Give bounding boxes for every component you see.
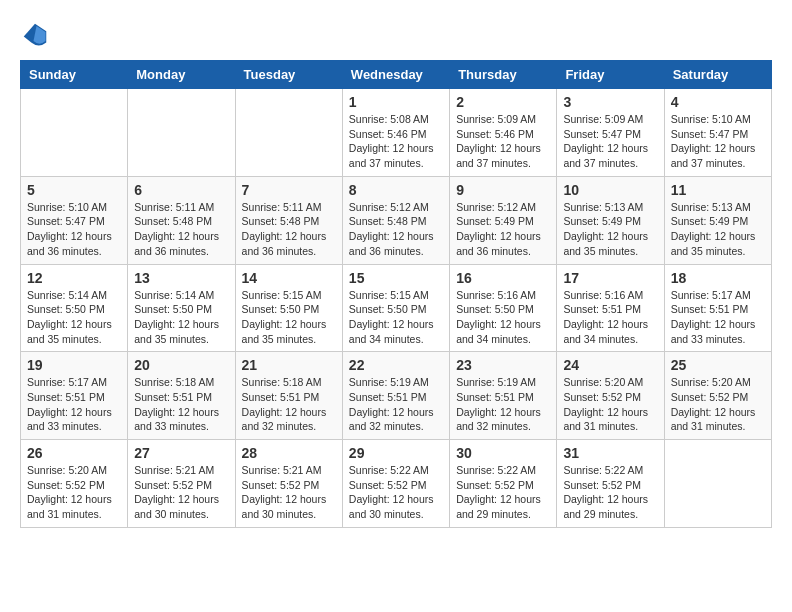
weekday-header-thursday: Thursday: [450, 61, 557, 89]
day-info: Sunrise: 5:17 AM Sunset: 5:51 PM Dayligh…: [27, 375, 121, 434]
day-number: 25: [671, 357, 765, 373]
day-info: Sunrise: 5:18 AM Sunset: 5:51 PM Dayligh…: [242, 375, 336, 434]
day-info: Sunrise: 5:16 AM Sunset: 5:50 PM Dayligh…: [456, 288, 550, 347]
calendar-cell: 11Sunrise: 5:13 AM Sunset: 5:49 PM Dayli…: [664, 176, 771, 264]
day-number: 23: [456, 357, 550, 373]
calendar-cell: 24Sunrise: 5:20 AM Sunset: 5:52 PM Dayli…: [557, 352, 664, 440]
day-number: 13: [134, 270, 228, 286]
calendar-cell: 7Sunrise: 5:11 AM Sunset: 5:48 PM Daylig…: [235, 176, 342, 264]
calendar-cell: [235, 89, 342, 177]
day-number: 8: [349, 182, 443, 198]
week-row-2: 5Sunrise: 5:10 AM Sunset: 5:47 PM Daylig…: [21, 176, 772, 264]
weekday-header-wednesday: Wednesday: [342, 61, 449, 89]
calendar-cell: 10Sunrise: 5:13 AM Sunset: 5:49 PM Dayli…: [557, 176, 664, 264]
calendar-cell: 22Sunrise: 5:19 AM Sunset: 5:51 PM Dayli…: [342, 352, 449, 440]
calendar-cell: 20Sunrise: 5:18 AM Sunset: 5:51 PM Dayli…: [128, 352, 235, 440]
day-number: 9: [456, 182, 550, 198]
day-info: Sunrise: 5:20 AM Sunset: 5:52 PM Dayligh…: [27, 463, 121, 522]
calendar-cell: 9Sunrise: 5:12 AM Sunset: 5:49 PM Daylig…: [450, 176, 557, 264]
day-number: 17: [563, 270, 657, 286]
day-number: 6: [134, 182, 228, 198]
day-number: 1: [349, 94, 443, 110]
weekday-header-tuesday: Tuesday: [235, 61, 342, 89]
day-number: 2: [456, 94, 550, 110]
week-row-3: 12Sunrise: 5:14 AM Sunset: 5:50 PM Dayli…: [21, 264, 772, 352]
logo: [20, 20, 52, 50]
day-info: Sunrise: 5:12 AM Sunset: 5:48 PM Dayligh…: [349, 200, 443, 259]
calendar-cell: 27Sunrise: 5:21 AM Sunset: 5:52 PM Dayli…: [128, 440, 235, 528]
day-number: 29: [349, 445, 443, 461]
day-info: Sunrise: 5:22 AM Sunset: 5:52 PM Dayligh…: [349, 463, 443, 522]
day-number: 11: [671, 182, 765, 198]
page-header: [20, 20, 772, 50]
day-number: 3: [563, 94, 657, 110]
day-number: 26: [27, 445, 121, 461]
day-info: Sunrise: 5:14 AM Sunset: 5:50 PM Dayligh…: [134, 288, 228, 347]
day-number: 31: [563, 445, 657, 461]
day-info: Sunrise: 5:21 AM Sunset: 5:52 PM Dayligh…: [134, 463, 228, 522]
day-number: 22: [349, 357, 443, 373]
calendar-cell: 3Sunrise: 5:09 AM Sunset: 5:47 PM Daylig…: [557, 89, 664, 177]
calendar-cell: 1Sunrise: 5:08 AM Sunset: 5:46 PM Daylig…: [342, 89, 449, 177]
calendar-cell: 14Sunrise: 5:15 AM Sunset: 5:50 PM Dayli…: [235, 264, 342, 352]
day-info: Sunrise: 5:13 AM Sunset: 5:49 PM Dayligh…: [671, 200, 765, 259]
day-info: Sunrise: 5:22 AM Sunset: 5:52 PM Dayligh…: [456, 463, 550, 522]
calendar-cell: 6Sunrise: 5:11 AM Sunset: 5:48 PM Daylig…: [128, 176, 235, 264]
day-number: 24: [563, 357, 657, 373]
calendar-table: SundayMondayTuesdayWednesdayThursdayFrid…: [20, 60, 772, 528]
day-info: Sunrise: 5:15 AM Sunset: 5:50 PM Dayligh…: [349, 288, 443, 347]
day-number: 19: [27, 357, 121, 373]
day-number: 21: [242, 357, 336, 373]
day-info: Sunrise: 5:08 AM Sunset: 5:46 PM Dayligh…: [349, 112, 443, 171]
day-info: Sunrise: 5:19 AM Sunset: 5:51 PM Dayligh…: [456, 375, 550, 434]
day-number: 18: [671, 270, 765, 286]
day-info: Sunrise: 5:18 AM Sunset: 5:51 PM Dayligh…: [134, 375, 228, 434]
day-info: Sunrise: 5:11 AM Sunset: 5:48 PM Dayligh…: [134, 200, 228, 259]
calendar-cell: 19Sunrise: 5:17 AM Sunset: 5:51 PM Dayli…: [21, 352, 128, 440]
calendar-cell: 30Sunrise: 5:22 AM Sunset: 5:52 PM Dayli…: [450, 440, 557, 528]
day-info: Sunrise: 5:21 AM Sunset: 5:52 PM Dayligh…: [242, 463, 336, 522]
calendar-cell: 31Sunrise: 5:22 AM Sunset: 5:52 PM Dayli…: [557, 440, 664, 528]
day-info: Sunrise: 5:09 AM Sunset: 5:47 PM Dayligh…: [563, 112, 657, 171]
calendar-cell: 4Sunrise: 5:10 AM Sunset: 5:47 PM Daylig…: [664, 89, 771, 177]
calendar-cell: 25Sunrise: 5:20 AM Sunset: 5:52 PM Dayli…: [664, 352, 771, 440]
day-info: Sunrise: 5:13 AM Sunset: 5:49 PM Dayligh…: [563, 200, 657, 259]
logo-icon: [20, 20, 50, 50]
day-info: Sunrise: 5:12 AM Sunset: 5:49 PM Dayligh…: [456, 200, 550, 259]
calendar-cell: 15Sunrise: 5:15 AM Sunset: 5:50 PM Dayli…: [342, 264, 449, 352]
day-number: 20: [134, 357, 228, 373]
day-info: Sunrise: 5:09 AM Sunset: 5:46 PM Dayligh…: [456, 112, 550, 171]
calendar-cell: 29Sunrise: 5:22 AM Sunset: 5:52 PM Dayli…: [342, 440, 449, 528]
day-info: Sunrise: 5:16 AM Sunset: 5:51 PM Dayligh…: [563, 288, 657, 347]
day-info: Sunrise: 5:17 AM Sunset: 5:51 PM Dayligh…: [671, 288, 765, 347]
day-number: 14: [242, 270, 336, 286]
weekday-header-friday: Friday: [557, 61, 664, 89]
day-number: 4: [671, 94, 765, 110]
week-row-5: 26Sunrise: 5:20 AM Sunset: 5:52 PM Dayli…: [21, 440, 772, 528]
day-number: 15: [349, 270, 443, 286]
calendar-cell: 18Sunrise: 5:17 AM Sunset: 5:51 PM Dayli…: [664, 264, 771, 352]
day-info: Sunrise: 5:19 AM Sunset: 5:51 PM Dayligh…: [349, 375, 443, 434]
calendar-cell: 17Sunrise: 5:16 AM Sunset: 5:51 PM Dayli…: [557, 264, 664, 352]
calendar-cell: 16Sunrise: 5:16 AM Sunset: 5:50 PM Dayli…: [450, 264, 557, 352]
weekday-header-row: SundayMondayTuesdayWednesdayThursdayFrid…: [21, 61, 772, 89]
day-info: Sunrise: 5:15 AM Sunset: 5:50 PM Dayligh…: [242, 288, 336, 347]
calendar-cell: 13Sunrise: 5:14 AM Sunset: 5:50 PM Dayli…: [128, 264, 235, 352]
calendar-cell: 2Sunrise: 5:09 AM Sunset: 5:46 PM Daylig…: [450, 89, 557, 177]
weekday-header-monday: Monday: [128, 61, 235, 89]
calendar-cell: 21Sunrise: 5:18 AM Sunset: 5:51 PM Dayli…: [235, 352, 342, 440]
weekday-header-sunday: Sunday: [21, 61, 128, 89]
day-number: 30: [456, 445, 550, 461]
day-number: 12: [27, 270, 121, 286]
day-info: Sunrise: 5:11 AM Sunset: 5:48 PM Dayligh…: [242, 200, 336, 259]
calendar-cell: [664, 440, 771, 528]
calendar-cell: 8Sunrise: 5:12 AM Sunset: 5:48 PM Daylig…: [342, 176, 449, 264]
day-info: Sunrise: 5:20 AM Sunset: 5:52 PM Dayligh…: [563, 375, 657, 434]
calendar-cell: 5Sunrise: 5:10 AM Sunset: 5:47 PM Daylig…: [21, 176, 128, 264]
day-info: Sunrise: 5:10 AM Sunset: 5:47 PM Dayligh…: [671, 112, 765, 171]
day-info: Sunrise: 5:14 AM Sunset: 5:50 PM Dayligh…: [27, 288, 121, 347]
day-number: 28: [242, 445, 336, 461]
day-number: 16: [456, 270, 550, 286]
day-info: Sunrise: 5:20 AM Sunset: 5:52 PM Dayligh…: [671, 375, 765, 434]
day-number: 27: [134, 445, 228, 461]
